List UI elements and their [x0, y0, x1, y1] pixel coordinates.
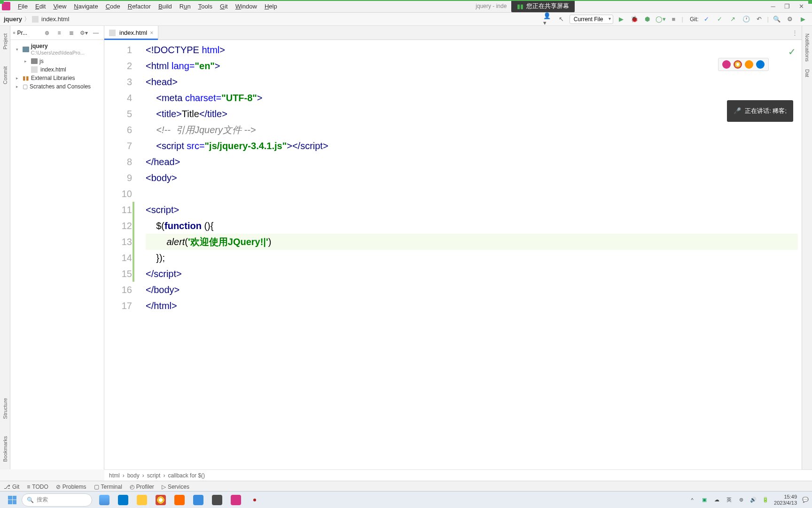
project-view-icon[interactable]: ▫ [13, 29, 16, 36]
taskbar-app-dot[interactable] [247, 493, 262, 507]
git-commit-icon[interactable]: ✓ [715, 14, 725, 24]
project-tool-button[interactable]: Project [2, 30, 8, 53]
taskbar-app-orange[interactable] [172, 493, 187, 507]
tray-battery-icon[interactable]: 🔋 [762, 496, 769, 504]
navigation-bar: jquery 〉 index.html 👤▾ ↖ Current File ▶ … [0, 13, 812, 26]
git-history-icon[interactable]: 🕐 [741, 14, 751, 24]
commit-tool-button[interactable]: Commit [2, 63, 8, 88]
menu-code[interactable]: Code [102, 1, 124, 11]
menu-tools[interactable]: Tools [195, 1, 216, 11]
ide-icon[interactable]: ▶ [798, 14, 808, 24]
git-toolbar-label: Git: [690, 16, 699, 23]
editor: index.html × ⋮ ✓ 🎤 正在讲话: 稀客; 1 2 3 [104, 26, 802, 469]
tray-notification-icon[interactable]: 💬 [802, 496, 809, 504]
git-push-icon[interactable]: ↗ [728, 14, 738, 24]
menu-help[interactable]: Help [261, 1, 281, 11]
taskbar-app-intellij[interactable] [228, 493, 243, 507]
tray-meet-icon[interactable]: ▣ [701, 496, 708, 504]
line-gutter[interactable]: 1 2 3 4 5 6 7 8 9 10 11 12 13💡 14 15 16 … [104, 40, 142, 469]
menu-run[interactable]: Run [176, 1, 195, 11]
tree-folder-js[interactable]: ▸ js [10, 57, 104, 65]
database-tool-button[interactable]: Dat [804, 65, 810, 81]
terminal-tab[interactable]: ▢Terminal [94, 484, 122, 490]
taskbar-app-blue[interactable] [191, 493, 206, 507]
taskbar-app-chrome[interactable] [153, 493, 168, 507]
project-tree[interactable]: ▾ jquery C:\Users\zed\IdeaPro... ▸ js in… [10, 40, 104, 93]
tree-external-libs[interactable]: ▸ ▮▮ External Libraries [10, 74, 104, 82]
menu-refactor[interactable]: Refactor [124, 1, 155, 11]
project-title: Pr... [17, 30, 40, 36]
project-panel: ▫ Pr... ⊕ ≡ ≣ ⚙▾ — ▾ jquery C:\Users\zed… [10, 26, 104, 469]
stop-button[interactable]: ■ [669, 14, 679, 24]
menu-window[interactable]: Window [232, 1, 261, 11]
run-config-dropdown[interactable]: Current File [570, 15, 613, 24]
bottom-tool-tabs: ⎇Git ≡TODO ⊘Problems ▢Terminal ◴Profiler… [0, 481, 812, 492]
collapse-all-icon[interactable]: ≣ [66, 28, 77, 38]
right-tool-bar: Notifications Dat [802, 26, 812, 469]
expand-all-icon[interactable]: ≡ [54, 28, 64, 38]
menu-file[interactable]: File [14, 1, 31, 11]
taskbar-app-vscode[interactable] [116, 493, 131, 507]
tree-scratches[interactable]: ▸ ▢ Scratches and Consoles [10, 82, 104, 91]
tree-root[interactable]: ▾ jquery C:\Users\zed\IdeaPro... [10, 42, 104, 57]
breadcrumb-project[interactable]: jquery [4, 16, 22, 23]
menu-git[interactable]: Git [216, 1, 232, 11]
todo-tab[interactable]: ≡TODO [27, 484, 48, 490]
left-tool-bar: Project Commit Structure Bookmarks [0, 26, 10, 469]
structure-tool-button[interactable]: Structure [2, 394, 8, 423]
close-tab-icon[interactable]: × [150, 30, 153, 36]
search-icon[interactable]: 🔍 [772, 14, 782, 24]
close-button[interactable]: ✕ [798, 3, 804, 9]
tabs-menu-icon[interactable]: ⋮ [792, 29, 802, 36]
notifications-tool-button[interactable]: Notifications [804, 30, 810, 65]
git-update-icon[interactable]: ✓ [702, 14, 712, 24]
bookmarks-tool-button[interactable]: Bookmarks [2, 432, 8, 466]
window-title: jquery - inde [476, 3, 507, 9]
tray-chevron-icon[interactable]: ^ [688, 496, 696, 504]
settings-icon[interactable]: ⚙ [785, 14, 795, 24]
git-tab[interactable]: ⎇Git [4, 484, 19, 490]
sharing-notice: ▮▮ 您正在共享屏幕 [511, 0, 575, 12]
editor-breadcrumb[interactable]: html› body› script› callback for $() [104, 469, 812, 481]
menu-navigate[interactable]: Navigate [70, 1, 102, 11]
coverage-button[interactable]: ⬢ [642, 14, 653, 24]
run-button[interactable]: ▶ [616, 14, 626, 24]
profile-button[interactable]: ◯▾ [656, 14, 666, 24]
debug-button[interactable]: 🐞 [629, 14, 640, 24]
search-icon: 🔍 [27, 497, 34, 503]
html-file-icon [31, 66, 38, 73]
menu-bar: File Edit View Navigate Code Refactor Bu… [0, 0, 812, 13]
tray-ime[interactable]: 英 [725, 496, 733, 504]
tray-clock[interactable]: 15:49 2023/4/13 [774, 494, 797, 506]
menu-edit[interactable]: Edit [31, 1, 49, 11]
git-rollback-icon[interactable]: ↶ [754, 14, 765, 24]
html-file-icon [109, 30, 116, 36]
menu-view[interactable]: View [49, 1, 70, 11]
editor-tab-index[interactable]: index.html × [104, 26, 158, 40]
editor-tabs: index.html × ⋮ [104, 26, 802, 40]
taskbar-search[interactable]: 🔍 搜索 [22, 493, 92, 507]
breadcrumb-file[interactable]: index.html [41, 16, 69, 23]
select-opened-icon[interactable]: ⊕ [42, 28, 52, 38]
settings-gear-icon[interactable]: ⚙▾ [78, 28, 89, 38]
start-button[interactable] [3, 493, 22, 507]
menu-build[interactable]: Build [155, 1, 176, 11]
maximize-button[interactable]: ❐ [784, 3, 790, 9]
problems-tab[interactable]: ⊘Problems [56, 484, 86, 490]
profiler-tab[interactable]: ◴Profiler [130, 484, 154, 490]
build-icon[interactable]: ↖ [556, 14, 567, 24]
taskbar-app-widgets[interactable] [97, 493, 112, 507]
minimize-button[interactable]: ─ [770, 3, 776, 9]
user-icon[interactable]: 👤▾ [543, 14, 554, 24]
tree-file-index[interactable]: index.html [10, 65, 104, 74]
html-file-icon [32, 16, 39, 23]
taskbar-app-explorer[interactable] [134, 493, 149, 507]
code-editor[interactable]: ✓ 🎤 正在讲话: 稀客; 1 2 3 4 5 6 7 8 9 [104, 40, 802, 469]
taskbar-app-sublime[interactable] [210, 493, 225, 507]
windows-taskbar: 🔍 搜索 ^ ▣ ☁ 英 ⊚ 🔊 🔋 15:49 2023/4/13 💬 [0, 491, 812, 508]
hide-panel-icon[interactable]: — [91, 28, 101, 38]
tray-volume-icon[interactable]: 🔊 [750, 496, 757, 504]
services-tab[interactable]: ▷Services [162, 484, 189, 490]
tray-onedrive-icon[interactable]: ☁ [713, 496, 720, 504]
tray-wifi-icon[interactable]: ⊚ [737, 496, 745, 504]
